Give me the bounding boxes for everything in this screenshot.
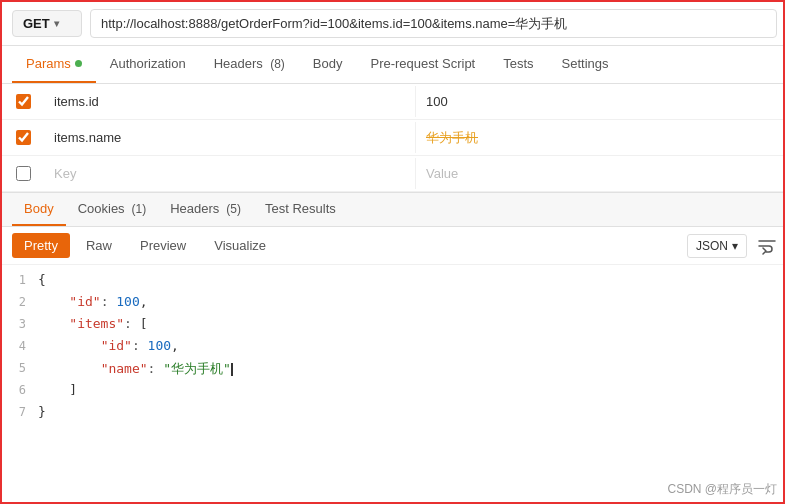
tab-body-label: Body [313, 56, 343, 71]
resp-tab-cookies-label: Cookies [78, 201, 125, 216]
line-content-2: "id": 100, [38, 294, 785, 309]
url-bar: GET ▾ [2, 2, 785, 46]
tab-params[interactable]: Params [12, 46, 96, 83]
tab-settings[interactable]: Settings [548, 46, 623, 83]
resp-tab-test-results[interactable]: Test Results [253, 193, 348, 226]
tab-tests[interactable]: Tests [489, 46, 547, 83]
resp-tab-cookies[interactable]: Cookies (1) [66, 193, 159, 226]
tab-params-label: Params [26, 56, 71, 71]
request-tabs: Params Authorization Headers (8) Body Pr… [12, 46, 777, 83]
code-line-6: 6 ] [2, 381, 785, 403]
param-value-1: 100 [416, 86, 785, 117]
param-check-2[interactable] [2, 130, 44, 145]
resp-tab-headers[interactable]: Headers (5) [158, 193, 253, 226]
param-row-1: items.id 100 [2, 84, 785, 120]
line-content-3: "items": [ [38, 316, 785, 331]
params-dot [75, 60, 82, 67]
format-label: JSON [696, 239, 728, 253]
tab-authorization-label: Authorization [110, 56, 186, 71]
code-line-5: 5 "name": "华为手机" [2, 359, 785, 381]
line-num-3: 3 [2, 316, 38, 331]
param-key-1: items.id [44, 86, 416, 117]
param-row-placeholder: Key Value [2, 156, 785, 192]
line-num-1: 1 [2, 272, 38, 287]
tab-pre-request-label: Pre-request Script [370, 56, 475, 71]
param-checkbox-2[interactable] [16, 130, 31, 145]
resp-tab-cookies-count: (1) [128, 202, 146, 216]
method-chevron-icon: ▾ [54, 18, 59, 29]
code-line-4: 4 "id": 100, [2, 337, 785, 359]
tab-settings-label: Settings [562, 56, 609, 71]
param-key-placeholder[interactable]: Key [44, 158, 416, 189]
format-chevron-icon: ▾ [732, 239, 738, 253]
tab-headers-count: (8) [267, 57, 285, 71]
line-content-7: } [38, 404, 785, 419]
tab-pre-request[interactable]: Pre-request Script [356, 46, 489, 83]
url-input[interactable] [90, 9, 777, 38]
response-tabs-section: Body Cookies (1) Headers (5) Test Result… [2, 193, 785, 227]
line-content-4: "id": 100, [38, 338, 785, 353]
param-check-1[interactable] [2, 94, 44, 109]
body-tab-preview[interactable]: Preview [128, 233, 198, 258]
code-line-2: 2 "id": 100, [2, 293, 785, 315]
tab-tests-label: Tests [503, 56, 533, 71]
param-checkbox-1[interactable] [16, 94, 31, 109]
line-content-6: ] [38, 382, 785, 397]
line-num-7: 7 [2, 404, 38, 419]
param-value-2: 华为手机 [416, 121, 785, 155]
body-tab-raw-label: Raw [86, 238, 112, 253]
body-tab-pretty-label: Pretty [24, 238, 58, 253]
param-checkbox-placeholder[interactable] [16, 166, 31, 181]
line-num-4: 4 [2, 338, 38, 353]
param-check-placeholder[interactable] [2, 166, 44, 181]
body-tab-pretty[interactable]: Pretty [12, 233, 70, 258]
body-tab-preview-label: Preview [140, 238, 186, 253]
resp-tab-body-label: Body [24, 201, 54, 216]
line-content-5: "name": "华为手机" [38, 360, 785, 378]
line-num-2: 2 [2, 294, 38, 309]
resp-tab-headers-count: (5) [223, 202, 241, 216]
cursor [231, 363, 233, 376]
request-tabs-section: Params Authorization Headers (8) Body Pr… [2, 46, 785, 84]
resp-tab-headers-label: Headers [170, 201, 219, 216]
format-select[interactable]: JSON ▾ [687, 234, 747, 258]
resp-tab-test-results-label: Test Results [265, 201, 336, 216]
code-line-3: 3 "items": [ [2, 315, 785, 337]
tab-body[interactable]: Body [299, 46, 357, 83]
code-area: 1 { 2 "id": 100, 3 "items": [ 4 "id": 10… [2, 265, 785, 504]
line-num-6: 6 [2, 382, 38, 397]
method-label: GET [23, 16, 50, 31]
tab-headers[interactable]: Headers (8) [200, 46, 299, 83]
tab-headers-label: Headers [214, 56, 263, 71]
params-table: items.id 100 items.name 华为手机 Key Value [2, 84, 785, 193]
resp-tab-body[interactable]: Body [12, 193, 66, 226]
body-tab-visualize[interactable]: Visualize [202, 233, 278, 258]
response-tabs: Body Cookies (1) Headers (5) Test Result… [12, 193, 777, 226]
param-value-placeholder[interactable]: Value [416, 158, 785, 189]
code-line-7: 7 } [2, 403, 785, 425]
body-tab-visualize-label: Visualize [214, 238, 266, 253]
tab-authorization[interactable]: Authorization [96, 46, 200, 83]
param-row-2: items.name 华为手机 [2, 120, 785, 156]
method-select[interactable]: GET ▾ [12, 10, 82, 37]
line-content-1: { [38, 272, 785, 287]
wrap-icon[interactable] [757, 237, 777, 255]
watermark: CSDN @程序员一灯 [667, 481, 777, 498]
line-num-5: 5 [2, 360, 38, 375]
body-toolbar: Pretty Raw Preview Visualize JSON ▾ [2, 227, 785, 265]
body-tab-raw[interactable]: Raw [74, 233, 124, 258]
body-section: Pretty Raw Preview Visualize JSON ▾ [2, 227, 785, 504]
param-key-2: items.name [44, 122, 416, 153]
code-line-1: 1 { [2, 271, 785, 293]
